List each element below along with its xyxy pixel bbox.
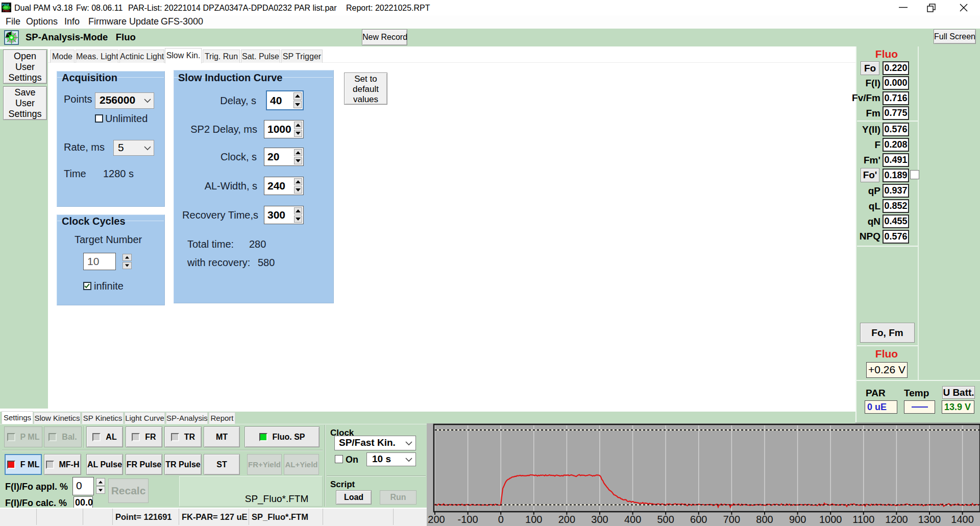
svg-text:600: 600 — [690, 514, 707, 525]
svg-text:400: 400 — [624, 514, 641, 525]
svg-text:Fluo: Fluo — [3, 9, 10, 12]
svg-text:1000: 1000 — [819, 514, 842, 525]
svg-text:900: 900 — [789, 514, 806, 525]
svg-text:800: 800 — [756, 514, 773, 525]
svg-text:700: 700 — [723, 514, 740, 525]
svg-text:200: 200 — [558, 514, 575, 525]
svg-text:200: 200 — [428, 514, 445, 525]
svg-text:-100: -100 — [458, 514, 478, 525]
svg-text:300: 300 — [591, 514, 608, 525]
svg-text:1300: 1300 — [918, 514, 941, 525]
svg-text:0: 0 — [498, 514, 504, 525]
svg-text:500: 500 — [657, 514, 674, 525]
svg-text:1100: 1100 — [852, 514, 874, 525]
svg-text:100: 100 — [525, 514, 542, 525]
svg-text:1400: 1400 — [951, 514, 974, 525]
svg-text:1200: 1200 — [885, 514, 908, 525]
